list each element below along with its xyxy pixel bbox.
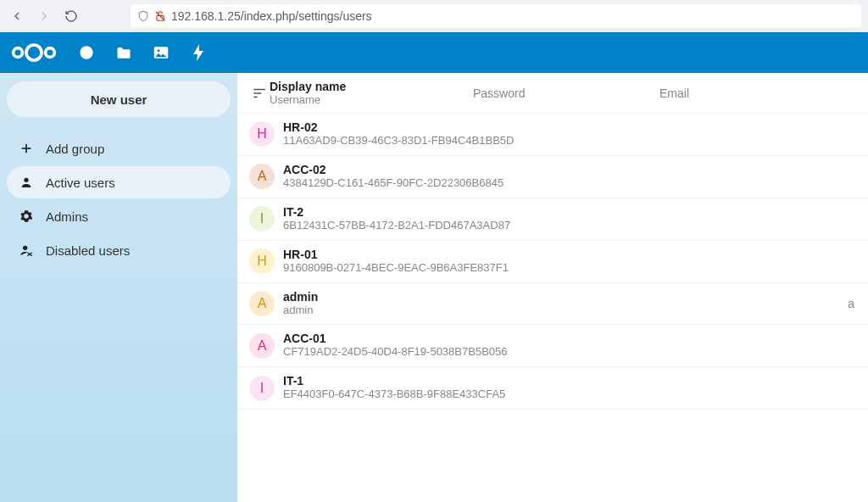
sidebar: New user Add group Active users Admins D (0, 73, 237, 502)
sidebar-item-label: Disabled users (46, 243, 130, 258)
user-info: ACC-01CF719AD2-24D5-40D4-8F19-5038B7B5B0… (283, 332, 724, 360)
display-name: IT-2 (283, 205, 724, 219)
user-row[interactable]: AACC-024384129D-C161-465F-90FC-2D22306B6… (237, 156, 868, 198)
app-header (0, 32, 868, 73)
user-info: ACC-024384129D-C161-465F-90FC-2D22306B68… (283, 163, 724, 191)
new-user-label: New user (91, 92, 147, 107)
avatar: H (249, 248, 275, 274)
browser-toolbar: 192.168.1.25/index.php/settings/users (0, 0, 868, 32)
svg-point-3 (14, 48, 23, 58)
col-displayname[interactable]: Display name Username (270, 80, 473, 106)
user-info: IT-1EF4403F0-647C-4373-B68B-9F88E433CFA5 (283, 374, 724, 402)
user-icon (19, 175, 34, 190)
avatar: A (249, 164, 275, 189)
nextcloud-logo-icon[interactable] (10, 41, 58, 64)
shield-icon (137, 10, 149, 22)
username: 9160809B-0271-4BEC-9EAC-9B6A3FE837F1 (283, 261, 724, 276)
user-info: HR-019160809B-0271-4BEC-9EAC-9B6A3FE837F… (283, 248, 724, 276)
svg-point-7 (158, 49, 160, 52)
avatar: A (249, 291, 275, 316)
display-name: HR-02 (283, 120, 724, 134)
avatar: A (249, 333, 275, 359)
avatar: I (249, 206, 275, 231)
svg-point-10 (24, 178, 28, 182)
row-trail: a (848, 297, 856, 310)
photos-icon[interactable] (153, 44, 170, 61)
username: EF4403F0-647C-4373-B68B-9F88E433CFA5 (283, 388, 724, 402)
sidebar-item-label: Active users (46, 176, 115, 190)
reload-button[interactable] (61, 6, 81, 26)
forward-button[interactable] (34, 6, 54, 26)
plus-icon (19, 141, 34, 156)
sidebar-item-add-group[interactable]: Add group (7, 132, 231, 165)
display-name: ACC-02 (283, 163, 724, 176)
activity-icon[interactable] (190, 44, 207, 61)
header-password[interactable]: Password (473, 86, 659, 100)
avatar: I (249, 376, 275, 401)
dashboard-icon[interactable] (78, 44, 95, 61)
user-row[interactable]: AACC-01CF719AD2-24D5-40D4-8F19-5038B7B5B… (237, 325, 868, 367)
user-row[interactable]: IIT-26B12431C-57BB-4172-B2A1-FDD467A3AD8… (237, 198, 868, 241)
new-user-button[interactable]: New user (7, 81, 231, 117)
header-username: Username (270, 93, 473, 106)
url-text: 192.168.1.25/index.php/settings/users (171, 9, 372, 23)
username: admin (283, 304, 724, 318)
display-name: ACC-01 (283, 332, 724, 345)
table-header: Display name Username Password Email (237, 73, 868, 114)
svg-point-5 (81, 47, 92, 59)
user-row[interactable]: HHR-019160809B-0271-4BEC-9EAC-9B6A3FE837… (237, 241, 868, 283)
user-row[interactable]: IIT-1EF4403F0-647C-4373-B68B-9F88E433CFA… (237, 367, 868, 410)
display-name: HR-01 (283, 248, 724, 261)
header-email[interactable]: Email (659, 86, 812, 100)
username: 4384129D-C161-465F-90FC-2D22306B6845 (283, 176, 724, 191)
user-row[interactable]: HHR-0211A63AD9-CB39-46C3-83D1-FB94C4B1BB… (237, 114, 868, 156)
username: CF719AD2-24D5-40D4-8F19-5038B7B5B056 (283, 345, 724, 360)
user-disabled-icon (19, 243, 34, 258)
svg-point-4 (46, 48, 55, 58)
username: 6B12431C-57BB-4172-B2A1-FDD467A3AD87 (283, 219, 724, 233)
username: 11A63AD9-CB39-46C3-83D1-FB94C4B1BB5D (283, 134, 724, 148)
display-name: admin (283, 290, 724, 304)
user-info: HR-0211A63AD9-CB39-46C3-83D1-FB94C4B1BB5… (283, 120, 724, 148)
gear-icon (19, 209, 34, 224)
sidebar-item-admins[interactable]: Admins (7, 200, 231, 232)
sidebar-item-label: Add group (46, 142, 104, 156)
sidebar-item-label: Admins (46, 209, 88, 224)
insecure-lock-icon (154, 10, 166, 22)
sidebar-item-disabled-users[interactable]: Disabled users (7, 234, 231, 266)
user-info: IT-26B12431C-57BB-4172-B2A1-FDD467A3AD87 (283, 205, 724, 233)
svg-point-11 (23, 246, 27, 250)
header-displayname: Display name (270, 80, 473, 93)
user-list: Display name Username Password Email HHR… (237, 73, 868, 502)
url-bar[interactable]: 192.168.1.25/index.php/settings/users (131, 4, 861, 28)
back-button[interactable] (7, 6, 27, 26)
files-icon[interactable] (115, 44, 132, 61)
user-info: adminadmin (283, 290, 724, 318)
display-name: IT-1 (283, 374, 724, 388)
user-row[interactable]: Aadminadmina (237, 283, 868, 326)
sidebar-item-active-users[interactable]: Active users (7, 166, 231, 198)
avatar: H (249, 121, 275, 147)
sort-icon[interactable] (249, 87, 270, 99)
svg-point-2 (26, 45, 42, 60)
